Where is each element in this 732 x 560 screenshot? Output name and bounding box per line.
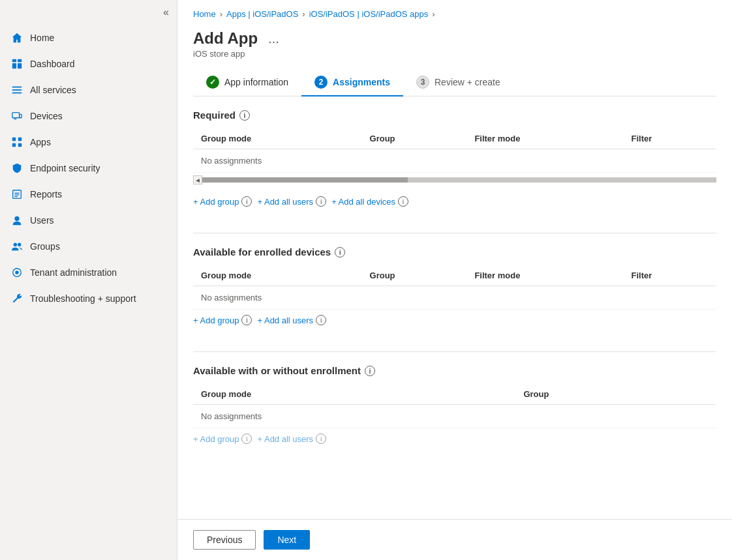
add-devices-info-icon[interactable]: i xyxy=(398,196,408,207)
page-header: Add App ... xyxy=(193,24,716,49)
home-icon xyxy=(10,31,23,44)
breadcrumb-sep-3: › xyxy=(432,9,435,19)
svg-point-22 xyxy=(15,271,18,274)
enrolled-col-filter: Filter xyxy=(624,265,716,286)
section-available-without: Available with or without enrollment i G… xyxy=(193,365,716,454)
required-add-group-link[interactable]: + Add group xyxy=(193,197,239,207)
enrolled-info-icon[interactable]: i xyxy=(335,247,345,258)
svg-point-19 xyxy=(14,243,17,246)
sidebar-item-tenant-admin[interactable]: Tenant administration xyxy=(0,259,177,286)
svg-rect-3 xyxy=(18,63,22,68)
previous-button[interactable]: Previous xyxy=(193,530,256,550)
sidebar-item-label: Tenant administration xyxy=(30,267,117,278)
without-add-group-info[interactable]: i xyxy=(241,434,252,444)
required-scrollbar[interactable]: ◄ xyxy=(193,175,716,184)
page-subtitle: iOS store app xyxy=(193,49,716,69)
breadcrumb-ios[interactable]: iOS/iPadOS | iOS/iPadOS apps xyxy=(309,9,429,19)
enrolled-col-group-mode: Group mode xyxy=(193,265,362,286)
svg-rect-5 xyxy=(12,89,22,91)
scroll-left-arrow[interactable]: ◄ xyxy=(193,175,202,184)
section-required: Required i Group mode Group Filter mode … xyxy=(193,110,716,217)
col-header-filter: Filter xyxy=(624,128,716,149)
svg-rect-11 xyxy=(18,138,22,141)
svg-rect-13 xyxy=(18,143,22,147)
divider-1 xyxy=(193,233,716,233)
apps-icon xyxy=(10,136,23,149)
footer: Previous Next xyxy=(177,519,732,560)
scroll-track[interactable] xyxy=(202,177,716,183)
section-title-enrolled: Available for enrolled devices i xyxy=(193,246,716,258)
without-add-users-info[interactable]: i xyxy=(316,434,326,444)
col-header-filter-mode: Filter mode xyxy=(466,128,623,149)
enrolled-add-group-link[interactable]: + Add group xyxy=(193,316,239,325)
sidebar-item-devices[interactable]: Devices xyxy=(0,103,177,129)
tab-app-information[interactable]: ✓ App information xyxy=(193,69,301,96)
sidebar-item-dashboard[interactable]: Dashboard xyxy=(0,51,177,77)
sidebar-item-label: Devices xyxy=(30,111,63,121)
enrolled-table: Group mode Group Filter mode Filter No a… xyxy=(193,265,716,310)
scroll-thumb[interactable] xyxy=(202,177,408,183)
svg-rect-4 xyxy=(12,87,22,88)
sidebar: « Home Dashboard All services Devices Ap… xyxy=(0,0,177,560)
svg-point-20 xyxy=(18,243,21,246)
enrolled-add-links: + Add group i + Add all users i xyxy=(193,310,716,336)
sidebar-item-reports[interactable]: Reports xyxy=(0,181,177,207)
enrolled-add-group-info[interactable]: i xyxy=(241,315,252,325)
tab-content: Required i Group mode Group Filter mode … xyxy=(193,96,716,454)
tab-assignments[interactable]: 2 Assignments xyxy=(301,69,403,96)
dashboard-icon xyxy=(10,57,23,70)
svg-rect-2 xyxy=(12,63,16,68)
add-group-info-icon[interactable]: i xyxy=(241,196,252,207)
breadcrumb-sep-1: › xyxy=(220,9,222,19)
wrench-icon xyxy=(10,292,23,305)
tab-review-create[interactable]: 3 Review + create xyxy=(403,69,513,96)
breadcrumb-apps[interactable]: Apps | iOS/iPadOS xyxy=(226,9,298,19)
sidebar-item-all-services[interactable]: All services xyxy=(0,77,177,103)
without-add-group-link[interactable]: + Add group xyxy=(193,434,239,444)
sidebar-item-apps[interactable]: Apps xyxy=(0,129,177,155)
required-info-icon[interactable]: i xyxy=(239,110,250,121)
reports-icon xyxy=(10,188,23,201)
required-table: Group mode Group Filter mode Filter No a… xyxy=(193,128,716,173)
svg-rect-8 xyxy=(20,114,22,117)
tab-badge-review: 3 xyxy=(416,76,429,89)
more-options-button[interactable]: ... xyxy=(264,30,283,48)
sidebar-item-label: Apps xyxy=(30,137,51,147)
sidebar-item-endpoint-security[interactable]: Endpoint security xyxy=(0,155,177,181)
section-title-required: Required i xyxy=(193,110,716,121)
main-content: Home › Apps | iOS/iPadOS › iOS/iPadOS | … xyxy=(177,0,732,560)
svg-rect-10 xyxy=(12,138,16,141)
enrolled-col-filter-mode: Filter mode xyxy=(466,265,623,286)
without-col-group-mode: Group mode xyxy=(193,384,515,405)
without-info-icon[interactable]: i xyxy=(365,366,375,376)
sidebar-item-home[interactable]: Home xyxy=(0,25,177,51)
sidebar-item-troubleshooting[interactable]: Troubleshooting + support xyxy=(0,286,177,312)
enrolled-add-users-info[interactable]: i xyxy=(316,315,326,325)
tenant-icon xyxy=(10,266,23,279)
collapse-button[interactable]: « xyxy=(163,7,169,18)
sidebar-item-label: Troubleshooting + support xyxy=(30,293,136,304)
sidebar-item-label: Dashboard xyxy=(30,59,75,69)
sidebar-item-label: All services xyxy=(30,85,76,95)
sidebar-item-label: Endpoint security xyxy=(30,163,100,173)
tab-label-review: Review + create xyxy=(435,77,500,87)
enrolled-add-users-link[interactable]: + Add all users xyxy=(257,316,313,325)
without-add-users-link[interactable]: + Add all users xyxy=(257,434,313,444)
sidebar-item-users[interactable]: Users xyxy=(0,207,177,233)
required-add-all-devices-link[interactable]: + Add all devices xyxy=(331,197,395,207)
sidebar-collapse-btn[interactable]: « xyxy=(0,0,177,25)
table-row: No assignments xyxy=(193,149,716,173)
required-add-all-users-link[interactable]: + Add all users xyxy=(257,197,313,207)
sidebar-item-label: Home xyxy=(30,33,54,43)
without-col-group: Group xyxy=(515,384,716,405)
shield-icon xyxy=(10,162,23,175)
next-button[interactable]: Next xyxy=(264,530,310,550)
divider-2 xyxy=(193,351,716,352)
tab-badge-assignments: 2 xyxy=(314,76,328,89)
without-add-links: + Add group i + Add all users i xyxy=(193,428,716,454)
add-users-info-icon[interactable]: i xyxy=(316,196,326,207)
breadcrumb-home[interactable]: Home xyxy=(193,9,216,19)
sidebar-item-groups[interactable]: Groups xyxy=(0,233,177,259)
breadcrumb: Home › Apps | iOS/iPadOS › iOS/iPadOS | … xyxy=(193,0,716,24)
allservices-icon xyxy=(10,83,23,96)
